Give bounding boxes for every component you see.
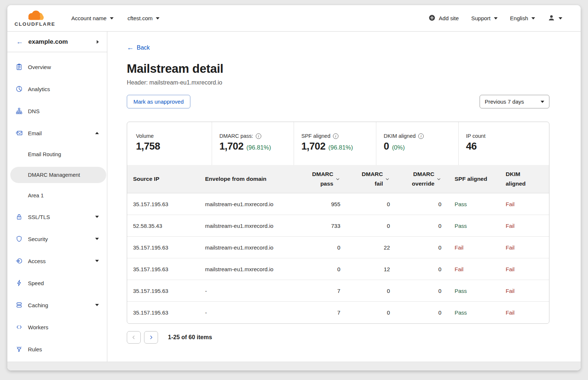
chevron-down-icon [559,17,562,19]
add-site-button[interactable]: Add site [429,14,459,22]
sidebar-item-label: SSL/TLS [28,214,95,220]
sidebar-item-label: Caching [28,302,95,308]
next-page-button[interactable] [144,331,158,344]
back-arrow-icon[interactable]: ← [16,38,23,45]
lightning-icon [15,279,23,287]
top-menu: Account name cftest.com [71,15,159,21]
chevron-down-icon [156,17,159,19]
support-menu[interactable]: Support [471,15,498,21]
sidebar-item-dmarc-management[interactable]: DMARC Management [10,167,106,183]
dkim-aligned-cell: Fail [496,280,549,301]
site-menu[interactable]: cftest.com [128,15,159,21]
chevron-down-icon [110,17,114,19]
plus-circle-icon [429,14,435,22]
stat-value: 46 [466,141,477,152]
user-icon [548,14,555,23]
site-name: example.com [28,38,97,46]
chevron-down-icon [541,101,544,103]
dkim-aligned-cell: Fail [496,302,549,323]
sort-chevron-icon[interactable] [335,176,340,182]
column-envelope-from: Envelope from domain [199,165,296,193]
stat-label: DKIM aligned [384,133,416,139]
table-row[interactable]: 35.157.195.63 mailstream-eu1.mxrecord.io… [127,237,549,258]
mark-unapproved-button[interactable]: Mark as unapproved [127,95,190,108]
chevron-right-icon [148,334,154,340]
date-range-select[interactable]: Previous 7 days [480,95,549,108]
sidebar-item-security[interactable]: Security [7,228,107,250]
spf-aligned-cell: Fail [441,237,496,258]
sidebar-item-email[interactable]: Email [7,122,107,144]
sidebar-nav: Overview Analytics [7,52,107,360]
sidebar: ← example.com Overview [7,32,107,362]
sidebar-item-rules[interactable]: Rules [7,338,107,360]
table-row[interactable]: 35.157.195.63 - 7 0 0 Pass Fail [127,280,549,302]
table-row[interactable]: 35.157.195.63 mailstream-eu1.mxrecord.io… [127,193,549,215]
stat-dmarc-pass: DMARC pass: i 1,702 (96.81%) [212,122,294,165]
stats-row: Volume 1,758 DMARC pass: i 1,702 (96.81%… [127,122,549,165]
table-row[interactable]: 35.157.195.63 mailstream-eu1.mxrecord.io… [127,258,549,280]
report-card: Volume 1,758 DMARC pass: i 1,702 (96.81%… [127,122,549,324]
dmarc-override-cell: 0 [390,215,441,236]
chevron-up-icon [95,132,99,134]
sidebar-site-header[interactable]: ← example.com [7,32,107,52]
dmarc-override-cell: 0 [390,302,441,323]
envelope-from-cell: - [199,280,296,301]
chevron-down-icon [494,17,498,19]
topbar-right: Add site Support English [429,14,562,23]
table-row[interactable]: 52.58.35.43 mailstream-eu1.mxrecord.io 7… [127,215,549,237]
dmarc-fail-cell: 22 [340,237,390,258]
sidebar-item-workers[interactable]: Workers [7,316,107,338]
stat-label: Volume [136,133,154,139]
column-dmarc-fail[interactable]: DMARC fail [340,165,390,193]
back-link[interactable]: ← Back [127,44,150,51]
sidebar-item-caching[interactable]: Caching [7,294,107,316]
pagination-summary: 1-25 of 60 items [168,334,212,341]
sidebar-item-overview[interactable]: Overview [7,56,107,78]
chevron-down-icon [95,304,99,306]
user-menu[interactable] [548,14,562,23]
cloudflare-wordmark: CLOUDFLARE [15,21,55,27]
back-link-label: Back [137,44,150,51]
info-icon[interactable]: i [418,133,424,139]
column-dmarc-override[interactable]: DMARC override [390,165,441,193]
stat-spf-aligned: SPF aligned i 1,702 (96.81%) [294,122,376,165]
page-title: Mailstream detail [127,62,549,76]
dkim-aligned-cell: Fail [496,237,549,258]
sidebar-item-label: Workers [28,324,99,330]
code-brackets-icon [15,323,23,331]
expand-right-icon[interactable] [97,40,99,44]
sidebar-item-dns[interactable]: DNS [7,100,107,122]
info-icon[interactable]: i [333,133,338,139]
spf-aligned-cell: Pass [441,302,496,323]
source-ip-cell: 35.157.195.63 [127,258,199,280]
stat-label: SPF aligned [301,133,330,139]
sidebar-item-speed[interactable]: Speed [7,272,107,294]
sidebar-item-label: Access [28,258,95,264]
language-menu[interactable]: English [510,15,535,21]
table-header: Source IP Envelope from domain DMARC pas… [127,165,549,193]
source-ip-cell: 35.157.195.63 [127,237,199,258]
sort-chevron-icon[interactable] [385,176,390,182]
sidebar-item-ssl-tls[interactable]: SSL/TLS [7,206,107,228]
source-ip-cell: 35.157.195.63 [127,302,199,323]
column-dmarc-pass[interactable]: DMARC pass [296,165,340,193]
dmarc-pass-cell: 733 [296,215,340,236]
envelope-from-cell: mailstream-eu1.mxrecord.io [199,215,296,236]
previous-page-button[interactable] [127,331,141,344]
sidebar-item-area-1[interactable]: Area 1 [7,185,107,206]
cloudflare-logo[interactable]: CLOUDFLARE [13,10,57,27]
stat-value: 0 [384,141,389,152]
account-menu[interactable]: Account name [71,15,114,21]
cloudflare-cloud-icon [24,10,46,22]
info-icon[interactable]: i [256,133,261,139]
sidebar-item-analytics[interactable]: Analytics [7,78,107,100]
sort-chevron-icon[interactable] [436,176,441,182]
source-ip-cell: 35.157.195.63 [127,193,199,215]
table-row[interactable]: 35.157.195.63 - 7 0 0 Pass Fail [127,302,549,323]
sidebar-item-email-routing[interactable]: Email Routing [7,144,107,165]
account-menu-label: Account name [71,15,107,21]
stat-dkim-aligned: DKIM aligned i 0 (0%) [376,122,458,165]
dmarc-pass-cell: 7 [296,302,340,323]
app-window: CLOUDFLARE Account name cftest.com Ad [7,5,581,370]
sidebar-item-access[interactable]: Access [7,250,107,272]
